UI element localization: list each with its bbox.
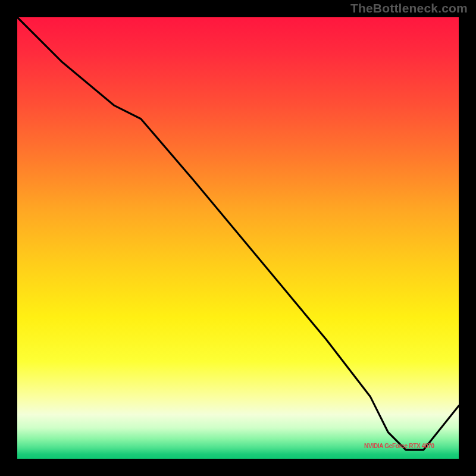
plot-area: NVIDIA GeForce RTX 4070 [17,17,459,459]
chart-frame: TheBottleneck.com NVIDIA GeForce RTX 407… [0,0,476,476]
watermark-text: TheBottleneck.com [350,1,468,15]
gpu-label: NVIDIA GeForce RTX 4070 [364,443,434,449]
bottleneck-curve [17,17,459,459]
